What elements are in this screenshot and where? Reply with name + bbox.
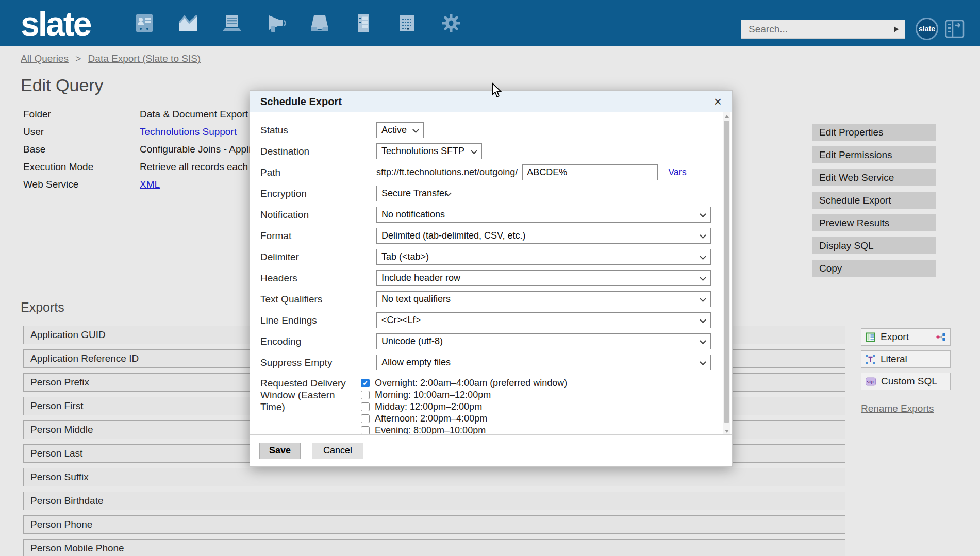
reports-chart-icon[interactable] xyxy=(177,12,200,35)
delimiter-select[interactable]: Tab (<tab>) xyxy=(376,249,711,265)
notification-label: Notification xyxy=(260,209,376,221)
text-qualifiers-label: Text Qualifiers xyxy=(260,294,376,305)
afternoon-label: Afternoon: 2:00pm–4:00pm xyxy=(375,413,487,424)
status-select[interactable]: Active xyxy=(376,122,424,138)
scroll-down-icon[interactable] xyxy=(725,430,729,433)
evening-checkbox[interactable] xyxy=(361,426,370,435)
copy-button[interactable]: Copy xyxy=(812,260,936,277)
headers-select[interactable]: Include header row xyxy=(376,270,711,286)
delivery-window-options: Overnight: 2:00am–4:00am (preferred wind… xyxy=(361,377,567,435)
line-endings-row: Line Endings <Cr><Lf> xyxy=(250,310,732,331)
destination-select[interactable]: Technolutions SFTP xyxy=(376,143,482,159)
edit-web-service-button[interactable]: Edit Web Service xyxy=(812,169,936,186)
custom-sql-button[interactable]: SQL Custom SQL xyxy=(861,373,951,390)
status-label: Status xyxy=(260,125,376,136)
breadcrumb-all-queries[interactable]: All Queries xyxy=(21,53,69,64)
web-service-xml-link[interactable]: XML xyxy=(140,179,160,190)
user-link[interactable]: Technolutions Support xyxy=(140,126,237,138)
export-row-person-birthdate[interactable]: Person Birthdate xyxy=(23,492,845,510)
breadcrumb-current-query[interactable]: Data Export (Slate to SIS) xyxy=(88,53,201,64)
overnight-checkbox[interactable] xyxy=(361,379,370,387)
literal-button[interactable]: Literal xyxy=(861,350,951,368)
query-info-row-web-service: Web Service XML xyxy=(23,176,261,193)
field-label: User xyxy=(23,126,140,138)
slate-badge[interactable]: slate xyxy=(916,18,938,40)
export-row-person-mobile-phone[interactable]: Person Mobile Phone xyxy=(23,539,845,556)
join-paths-icon[interactable] xyxy=(931,329,950,345)
modal-title: Schedule Export xyxy=(260,96,712,108)
suppress-empty-select[interactable]: Allow empty files xyxy=(376,355,711,370)
delimiter-row: Delimiter Tab (<tab>) xyxy=(250,246,732,267)
search-input[interactable] xyxy=(741,24,894,35)
forms-icon[interactable] xyxy=(352,12,375,35)
topbar: slate xyxy=(0,0,980,46)
export-actions: Export Literal SQL Custom SQL Rename Exp… xyxy=(861,328,964,414)
sql-icon: SQL xyxy=(866,377,876,386)
path-prefix: sftp://ft.technolutions.net/outgoing/ xyxy=(376,167,518,178)
delivery-option-morning: Morning: 10:00am–12:00pm xyxy=(361,389,567,401)
screen: slate xyxy=(0,0,980,556)
path-row: Path sftp://ft.technolutions.net/outgoin… xyxy=(250,162,732,183)
format-select[interactable]: Delimited (tab-delimited, CSV, etc.) xyxy=(376,228,711,244)
midday-checkbox[interactable] xyxy=(361,402,370,411)
export-row-person-suffix[interactable]: Person Suffix xyxy=(23,468,845,486)
headers-label: Headers xyxy=(260,273,376,284)
gear-icon[interactable] xyxy=(440,12,462,35)
inbox-tray-icon[interactable] xyxy=(308,12,331,35)
afternoon-checkbox[interactable] xyxy=(361,414,370,423)
scroll-up-icon[interactable] xyxy=(725,115,729,118)
line-endings-select[interactable]: <Cr><Lf> xyxy=(376,312,711,328)
encryption-label: Encryption xyxy=(260,188,376,199)
reader-icon[interactable] xyxy=(221,12,243,35)
edit-properties-button[interactable]: Edit Properties xyxy=(812,124,936,141)
delivery-option-evening: Evening: 8:00pm–10:00pm xyxy=(361,425,567,435)
custom-sql-button-label: Custom SQL xyxy=(881,376,950,387)
delivery-option-overnight: Overnight: 2:00am–4:00am (preferred wind… xyxy=(361,377,567,389)
modal-scrollbar[interactable] xyxy=(723,112,730,435)
delivery-option-afternoon: Afternoon: 2:00pm–4:00pm xyxy=(361,413,567,425)
export-row-person-phone[interactable]: Person Phone xyxy=(23,515,845,534)
delivery-option-midday: Midday: 12:00pm–2:00pm xyxy=(361,401,567,413)
text-qualifiers-select[interactable]: No text qualifiers xyxy=(376,291,711,307)
modal-header: Schedule Export × xyxy=(250,91,732,112)
headers-row: Headers Include header row xyxy=(250,267,732,289)
encryption-row: Encryption Secure Transfer xyxy=(250,183,732,204)
suppress-empty-label: Suppress Empty xyxy=(260,357,376,368)
megaphone-icon[interactable] xyxy=(264,12,287,35)
modal-body: Status Active Destination Technolutions … xyxy=(250,112,732,435)
display-sql-button[interactable]: Display SQL xyxy=(812,237,936,254)
line-endings-label: Line Endings xyxy=(260,315,376,326)
search-submit-icon[interactable] xyxy=(894,26,899,32)
database-panel-icon[interactable] xyxy=(943,18,966,40)
cancel-button[interactable]: Cancel xyxy=(312,443,363,459)
destination-row: Destination Technolutions SFTP xyxy=(250,141,732,162)
notification-select[interactable]: No notifications xyxy=(376,207,711,223)
calendar-icon[interactable] xyxy=(396,12,419,35)
query-info-row-execution-mode: Execution Mode Retrieve all records each… xyxy=(23,158,261,176)
path-input[interactable] xyxy=(522,164,658,180)
field-label: Base xyxy=(23,144,140,155)
delimiter-label: Delimiter xyxy=(260,251,376,263)
close-icon[interactable]: × xyxy=(712,96,724,107)
rename-exports-link[interactable]: Rename Exports xyxy=(861,403,934,414)
preview-results-button[interactable]: Preview Results xyxy=(812,214,936,231)
overnight-label: Overnight: 2:00am–4:00am (preferred wind… xyxy=(375,378,567,389)
encryption-select[interactable]: Secure Transfer xyxy=(376,186,456,201)
save-button[interactable]: Save xyxy=(259,443,301,459)
format-label: Format xyxy=(260,230,376,242)
encoding-select[interactable]: Unicode (utf-8) xyxy=(376,333,711,349)
encoding-row: Encoding Unicode (utf-8) xyxy=(250,331,732,352)
schedule-export-button[interactable]: Schedule Export xyxy=(812,192,936,209)
edit-permissions-button[interactable]: Edit Permissions xyxy=(812,146,936,163)
folder-value: Data & Document Export / xyxy=(140,109,254,120)
midday-label: Midday: 12:00pm–2:00pm xyxy=(375,401,482,412)
contacts-icon[interactable] xyxy=(133,12,156,35)
exports-heading: Exports xyxy=(21,300,64,315)
export-button-label: Export xyxy=(881,331,931,343)
morning-checkbox[interactable] xyxy=(361,391,370,399)
vars-link[interactable]: Vars xyxy=(668,167,687,178)
scrollbar-thumb[interactable] xyxy=(724,121,729,423)
field-label: Web Service xyxy=(23,179,140,190)
morning-label: Morning: 10:00am–12:00pm xyxy=(375,390,491,400)
export-button[interactable]: Export xyxy=(861,328,951,346)
